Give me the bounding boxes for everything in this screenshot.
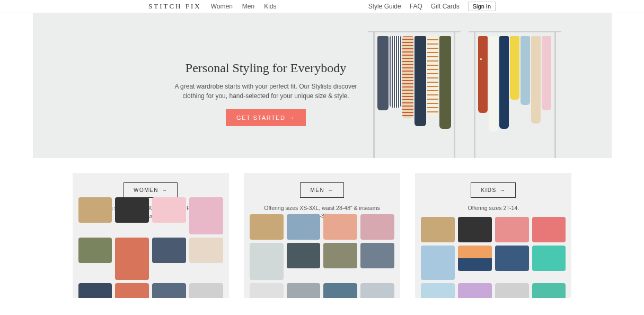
cta-label: GET STARTED (236, 115, 285, 121)
kids-button[interactable]: KIDS → (471, 182, 516, 198)
arrow-right-icon: → (500, 187, 506, 193)
rack-left (368, 27, 461, 158)
kids-desc: Offering sizes 2T-14. (452, 204, 535, 212)
header: STITCH FIX Women Men Kids Style Guide FA… (0, 0, 644, 13)
arrow-right-icon: → (288, 115, 295, 121)
header-right: Style Guide FAQ Gift Cards Sign In (368, 2, 496, 11)
nav-kids[interactable]: Kids (264, 3, 276, 10)
card-women[interactable]: WOMEN → Offering sizes 0-24W (XS-3X), Pe… (73, 173, 229, 298)
women-button[interactable]: WOMEN → (123, 182, 178, 198)
men-flatlay (246, 214, 398, 298)
hero-title: Personal Styling for Everybody (171, 61, 361, 75)
rack-right (469, 27, 561, 158)
hero-description: A great wardrobe starts with your perfec… (171, 82, 361, 101)
kids-label: KIDS (481, 187, 496, 193)
link-style-guide[interactable]: Style Guide (368, 3, 401, 10)
logo[interactable]: STITCH FIX (148, 2, 201, 11)
women-flatlay (75, 197, 226, 298)
men-label: MEN (310, 187, 324, 193)
kids-flatlay (418, 217, 569, 298)
get-started-button[interactable]: GET STARTED → (226, 109, 306, 126)
signin-button[interactable]: Sign In (468, 2, 496, 11)
women-label: WOMEN (134, 187, 158, 193)
card-men[interactable]: MEN → Offering sizes XS-3XL, waist 28-48… (244, 173, 400, 298)
header-left: STITCH FIX Women Men Kids (148, 2, 277, 11)
nav-women[interactable]: Women (211, 3, 233, 10)
hero-text: Personal Styling for Everybody A great w… (171, 61, 361, 126)
link-gift-cards[interactable]: Gift Cards (431, 3, 460, 10)
link-faq[interactable]: FAQ (410, 3, 422, 10)
card-kids[interactable]: KIDS → Offering sizes 2T-14. (415, 173, 571, 298)
clothing-racks (368, 27, 561, 158)
nav-men[interactable]: Men (242, 3, 254, 10)
category-cards: WOMEN → Offering sizes 0-24W (XS-3X), Pe… (73, 173, 572, 298)
arrow-right-icon: → (162, 187, 168, 193)
arrow-right-icon: → (328, 187, 334, 193)
hero: Personal Styling for Everybody A great w… (33, 13, 612, 158)
men-button[interactable]: MEN → (300, 182, 343, 198)
